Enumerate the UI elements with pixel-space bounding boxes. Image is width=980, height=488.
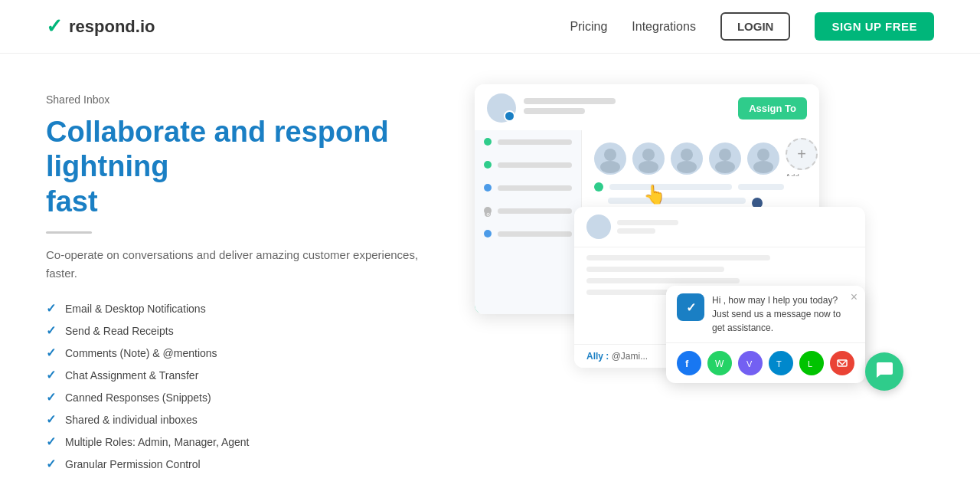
features-list: ✓ Email & Desktop Notifications ✓ Send &… xyxy=(46,301,444,471)
assign-to-button[interactable]: Assign To xyxy=(738,97,807,120)
widget-check-icon: ✓ xyxy=(686,300,696,315)
widget-telegram-icon[interactable]: T xyxy=(769,351,793,375)
thread-avatar xyxy=(586,215,611,239)
check-icon: ✓ xyxy=(46,346,56,360)
svg-point-9 xyxy=(715,161,735,173)
agent-avatar xyxy=(709,142,741,175)
logo-check-icon: ✓ xyxy=(46,15,63,38)
logo-text: respond.io xyxy=(69,17,155,37)
list-item: ✓ Chat Assignment & Transfer xyxy=(46,368,444,382)
item-line xyxy=(498,162,572,168)
float-chat-button[interactable] xyxy=(865,352,903,391)
widget-channels: f W V T L xyxy=(666,343,865,383)
panel-header: Assign To xyxy=(475,84,819,133)
login-button[interactable]: LOGIN xyxy=(720,12,791,41)
contact-list: ⚙ xyxy=(475,130,582,314)
svg-point-3 xyxy=(600,161,620,173)
add-agent-button[interactable]: + xyxy=(786,138,818,170)
feature-label: Chat Assignment & Transfer xyxy=(65,369,198,382)
item-line xyxy=(498,139,572,145)
widget-viber-icon[interactable]: V xyxy=(738,351,763,375)
feature-label: Shared & individual inboxes xyxy=(65,414,198,426)
svg-text:W: W xyxy=(715,359,724,369)
illustration: Assign To xyxy=(475,84,858,406)
feature-label: Granular Permission Control xyxy=(65,458,201,470)
svg-text:f: f xyxy=(685,358,689,369)
message-row xyxy=(594,182,807,192)
headline-divider xyxy=(46,231,92,234)
widget-message: Hi , how may I help you today? Just send… xyxy=(712,293,854,335)
svg-text:V: V xyxy=(746,359,753,368)
main-content: Shared Inbox Collaborate and respond lig… xyxy=(0,54,980,488)
msg-line xyxy=(586,278,740,283)
name-line xyxy=(524,98,616,104)
headline-line2: fast xyxy=(46,185,98,218)
list-item xyxy=(475,153,581,176)
hero-left: Shared Inbox Collaborate and respond lig… xyxy=(46,93,444,472)
list-item: ✓ Comments (Note) & @mentions xyxy=(46,346,444,360)
svg-text:L: L xyxy=(808,359,812,368)
item-line xyxy=(498,208,572,214)
header: ✓ respond.io Pricing Integrations LOGIN … xyxy=(0,0,980,54)
status-dot xyxy=(484,138,492,146)
widget-close-button[interactable]: × xyxy=(851,290,858,304)
list-item: ✓ Email & Desktop Notifications xyxy=(46,301,444,316)
list-item xyxy=(475,176,581,199)
status-dot xyxy=(484,161,492,169)
contact-avatar xyxy=(487,93,516,123)
list-item: ✓ Canned Responses (Snippets) xyxy=(46,390,444,404)
thread-status-line xyxy=(617,228,655,234)
list-item xyxy=(475,130,581,153)
widget-logo: ✓ xyxy=(677,293,704,321)
check-icon: ✓ xyxy=(46,457,56,471)
list-item: ⚙ xyxy=(475,199,581,222)
subtext: Co-operate on conversations and deliver … xyxy=(46,246,444,283)
svg-point-6 xyxy=(681,149,693,161)
list-item xyxy=(475,222,581,245)
mention-preview: Ally : @Jami... xyxy=(586,351,648,362)
logo[interactable]: ✓ respond.io xyxy=(46,15,155,38)
widget-header: ✓ Hi , how may I help you today? Just se… xyxy=(666,286,865,343)
feature-label: Multiple Roles: Admin, Manager, Agent xyxy=(65,436,249,448)
msg-dot xyxy=(594,182,603,192)
nav-integrations[interactable]: Integrations xyxy=(632,20,696,34)
thread-name-line xyxy=(617,220,678,225)
check-icon: ✓ xyxy=(46,412,56,427)
nav-pricing[interactable]: Pricing xyxy=(570,20,607,34)
msg-line xyxy=(608,198,746,204)
svg-point-5 xyxy=(639,161,658,173)
svg-text:T: T xyxy=(776,359,782,368)
svg-text:⚙: ⚙ xyxy=(486,212,490,217)
svg-point-8 xyxy=(719,149,731,161)
contact-info-lines xyxy=(524,98,738,118)
msg-line xyxy=(586,255,770,260)
svg-point-10 xyxy=(757,149,769,161)
check-icon: ✓ xyxy=(46,434,56,449)
svg-point-2 xyxy=(604,149,616,161)
feature-label: Comments (Note) & @mentions xyxy=(65,347,217,359)
status-dot: ⚙ xyxy=(484,207,492,215)
chat-widget: ✓ Hi , how may I help you today? Just se… xyxy=(666,286,865,383)
check-icon: ✓ xyxy=(46,390,56,404)
feature-label: Send & Read Receipts xyxy=(65,325,174,337)
section-label: Shared Inbox xyxy=(46,93,444,106)
status-line xyxy=(524,108,585,114)
list-item: ✓ Shared & individual inboxes xyxy=(46,412,444,427)
agent-avatar xyxy=(671,142,703,175)
widget-whatsapp-icon[interactable]: W xyxy=(707,351,732,375)
widget-email-icon[interactable] xyxy=(830,351,854,375)
list-item: ✓ Multiple Roles: Admin, Manager, Agent xyxy=(46,434,444,449)
check-icon: ✓ xyxy=(46,301,56,316)
check-icon: ✓ xyxy=(46,368,56,382)
agent-avatar xyxy=(747,142,779,175)
item-line xyxy=(498,231,572,237)
msg-line xyxy=(586,267,724,272)
widget-line-icon[interactable]: L xyxy=(799,351,824,375)
check-icon: ✓ xyxy=(46,323,56,338)
feature-label: Email & Desktop Notifications xyxy=(65,303,206,315)
signup-button[interactable]: SIGN UP FREE xyxy=(815,12,934,41)
msg-line xyxy=(609,184,732,190)
headline-line1: Collaborate and respond lightning xyxy=(46,116,389,183)
widget-facebook-icon[interactable]: f xyxy=(677,351,701,375)
status-dot xyxy=(484,184,492,192)
